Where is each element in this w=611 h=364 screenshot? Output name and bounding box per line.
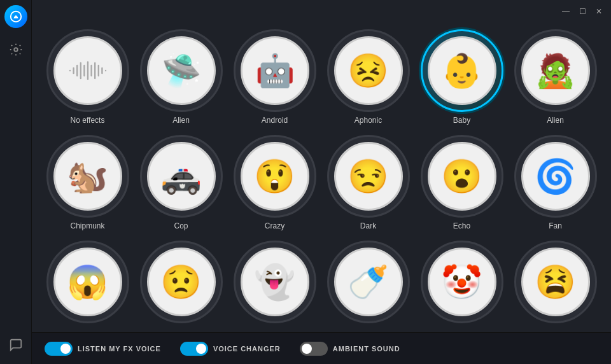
- voice-item-baby[interactable]: 👶 Baby: [419, 29, 505, 125]
- voice-circle-outer: 😣: [327, 29, 410, 112]
- voice-item-alien[interactable]: 🛸 Alien: [138, 29, 224, 125]
- voice-item-partial6[interactable]: 😫: [512, 241, 598, 327]
- voice-circle-outer: [46, 29, 129, 112]
- voice-circle-outer: 🚓: [140, 135, 223, 218]
- toggle-label-ambient-sound: AMBIENT SOUND: [333, 345, 400, 353]
- toggle-group-ambient-sound: AMBIENT SOUND: [300, 342, 400, 356]
- title-bar: — ☐ ✕: [32, 0, 611, 23]
- voice-circle-inner: 😲: [241, 142, 309, 211]
- voice-item-partial1[interactable]: 😱: [45, 241, 130, 327]
- voice-item-alien2[interactable]: 🧟 Alien: [512, 29, 598, 125]
- voice-item-chipmunk[interactable]: 🐿️ Chipmunk: [45, 135, 130, 230]
- bottom-bar: LISTEN MY FX VOICE VOICE CHANGER AMBIENT…: [32, 332, 611, 364]
- waveform-icon: [67, 57, 108, 84]
- sidebar: [0, 0, 32, 364]
- voice-circle-outer: 🌀: [514, 135, 597, 218]
- gear-icon: [9, 43, 23, 57]
- voice-circle-inner: 🤖: [241, 36, 309, 105]
- voice-circle-outer: 😲: [234, 135, 316, 218]
- voice-item-android[interactable]: 🤖 Android: [232, 29, 318, 125]
- voice-label: Crazy: [265, 221, 284, 230]
- close-button[interactable]: ✕: [594, 7, 603, 16]
- voice-item-partial5[interactable]: 🤡: [419, 241, 505, 327]
- voice-emoji: 👶: [441, 54, 482, 87]
- voice-circle-inner: 👶: [428, 36, 496, 105]
- voice-circle-inner: 🍼: [334, 248, 403, 316]
- voice-label: Chipmunk: [70, 221, 104, 230]
- toggle-voice-changer[interactable]: [180, 342, 208, 356]
- voice-circle-inner: 😮: [428, 142, 496, 211]
- voice-item-partial4[interactable]: 🍼: [325, 241, 411, 327]
- voice-circle-inner: 😫: [521, 248, 590, 316]
- voice-label: Echo: [453, 221, 470, 230]
- voice-item-echo[interactable]: 😮 Echo: [419, 135, 505, 230]
- voice-circle-outer: 😱: [46, 241, 129, 323]
- voice-circle-inner: 🛸: [147, 36, 216, 105]
- voice-circle-outer: 👶: [421, 29, 503, 112]
- voice-label: Alien: [172, 116, 190, 125]
- voice-item-crazy[interactable]: 😲 Crazy: [232, 135, 318, 230]
- voice-item-dark[interactable]: 😒 Dark: [325, 135, 411, 230]
- toggle-listen-fx[interactable]: [45, 342, 73, 356]
- voice-label: Android: [262, 116, 288, 125]
- toggle-label-voice-changer: VOICE CHANGER: [213, 345, 281, 353]
- toggle-group-listen-fx: LISTEN MY FX VOICE: [45, 342, 161, 356]
- minimize-button[interactable]: —: [561, 7, 570, 16]
- voice-circle-outer: 🛸: [140, 29, 223, 112]
- toggle-knob: [302, 344, 312, 354]
- voice-circle-outer: 😟: [140, 241, 223, 323]
- chat-icon: [9, 338, 23, 352]
- voice-emoji: 🧟: [535, 54, 576, 87]
- voice-item-no-effects[interactable]: No effects: [45, 29, 130, 125]
- voice-grid-container[interactable]: No effects 🛸 Alien 🤖 Android 😣 Aphonic 👶: [32, 23, 611, 332]
- voice-circle-outer: 😫: [514, 241, 597, 323]
- voice-label: Aphonic: [355, 116, 382, 125]
- voice-emoji: 🍼: [348, 265, 389, 298]
- settings-button[interactable]: [7, 41, 25, 59]
- voice-item-aphonic[interactable]: 😣 Aphonic: [325, 29, 411, 125]
- voice-label: Cop: [174, 221, 188, 230]
- main-content: — ☐ ✕ No: [32, 0, 611, 364]
- toggle-group-voice-changer: VOICE CHANGER: [180, 342, 281, 356]
- svg-point-1: [14, 48, 18, 52]
- toggle-knob: [196, 344, 206, 354]
- voice-circle-outer: 🧟: [514, 29, 597, 112]
- voice-emoji: 😣: [348, 54, 389, 87]
- voice-emoji: 😒: [348, 160, 389, 193]
- voice-emoji: 🌀: [535, 160, 576, 193]
- maximize-button[interactable]: ☐: [578, 7, 587, 16]
- toggle-knob: [60, 344, 71, 354]
- voice-item-partial2[interactable]: 😟: [138, 241, 224, 327]
- voice-item-cop[interactable]: 🚓 Cop: [138, 135, 224, 230]
- voice-emoji: 🤡: [441, 265, 482, 298]
- voice-circle-outer: 🐿️: [46, 135, 129, 218]
- voice-circle-inner: 🌀: [521, 142, 590, 211]
- voice-emoji: 😮: [441, 160, 482, 193]
- voice-circle-inner: 🧟: [521, 36, 590, 105]
- voice-circle-outer: 🤖: [234, 29, 316, 112]
- voice-emoji: 🤖: [255, 55, 295, 87]
- voice-item-partial3[interactable]: 👻: [232, 241, 318, 327]
- voice-emoji: 😱: [67, 265, 108, 298]
- voice-circle-inner: 🐿️: [53, 142, 122, 211]
- voice-emoji: 😫: [535, 265, 576, 298]
- voice-emoji: 😲: [254, 160, 295, 193]
- voice-emoji: 🚓: [160, 160, 202, 193]
- voice-label: Dark: [360, 221, 376, 230]
- voice-circle-inner: [53, 36, 122, 105]
- voice-circle-outer: 😒: [327, 135, 410, 218]
- voice-circle-inner: 😒: [334, 142, 403, 211]
- voice-circle-inner: 🚓: [147, 142, 216, 211]
- voice-circle-inner: 👻: [241, 248, 309, 316]
- voice-label: No effects: [71, 116, 105, 125]
- voice-grid: No effects 🛸 Alien 🤖 Android 😣 Aphonic 👶: [45, 29, 598, 327]
- voice-emoji: 🛸: [162, 55, 201, 87]
- chat-button[interactable]: [7, 336, 25, 354]
- voice-circle-outer: 🍼: [327, 241, 410, 323]
- toggle-label-listen-fx: LISTEN MY FX VOICE: [78, 345, 161, 353]
- voice-circle-outer: 👻: [234, 241, 316, 323]
- voice-circle-outer: 🤡: [421, 241, 503, 323]
- toggle-ambient-sound[interactable]: [300, 342, 328, 356]
- app-logo[interactable]: [4, 5, 27, 28]
- voice-item-fan[interactable]: 🌀 Fan: [512, 135, 598, 230]
